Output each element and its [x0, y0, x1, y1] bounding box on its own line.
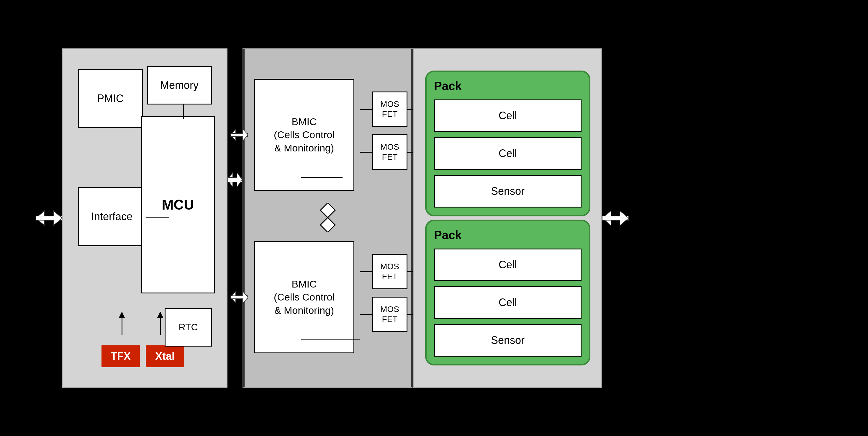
left-panel-content: PMIC Interface Memory MCU RTC: [72, 63, 218, 373]
bmic2-left-arrow: [230, 290, 248, 304]
svg-marker-5: [230, 129, 248, 141]
cell1-label: Cell: [499, 110, 517, 122]
mosfet1-label: MOS FET: [380, 99, 399, 119]
bmic1-line1: BMIC: [274, 115, 335, 128]
xtal-label: Xtal: [155, 350, 175, 362]
svg-marker-1: [36, 211, 62, 226]
upper-bmic-section: BMIC (Cells Control & Monitoring) MOS FE…: [230, 79, 425, 191]
interface-label: Interface: [91, 210, 132, 223]
tfx-arrowhead: [119, 312, 125, 318]
sensor2-label: Sensor: [491, 334, 525, 347]
svg-marker-6: [320, 203, 335, 217]
right-panel: Pack Cell Cell Sensor Pack Cell Cell: [413, 49, 602, 388]
rtc-label: RTC: [179, 322, 198, 333]
bmic-diamond-arrow: [319, 203, 337, 232]
mosfet2-block: MOS FET: [372, 134, 407, 170]
pack1-label: Pack: [434, 79, 582, 93]
mcu-label: MCU: [162, 197, 194, 213]
memory-block: Memory: [147, 66, 212, 105]
xtal-badge: Xtal: [146, 345, 184, 367]
bmic1-line2: (Cells Control: [274, 128, 335, 141]
mcu-block: MCU: [141, 116, 215, 293]
svg-marker-8: [320, 217, 335, 232]
cell3-label: Cell: [499, 259, 517, 271]
right-outer-arrow: [602, 208, 629, 229]
sensor1-block: Sensor: [434, 175, 582, 207]
bmic1-mosfet2-hline: [360, 152, 372, 153]
sensor2-block: Sensor: [434, 324, 582, 357]
lower-bmic-section: BMIC (Cells Control & Monitoring) MOS FE…: [230, 241, 425, 353]
svg-marker-12: [602, 211, 629, 226]
bmic2-block: BMIC (Cells Control & Monitoring): [254, 241, 354, 353]
bmic1-line3: & Monitoring): [274, 141, 335, 154]
bmic2-bottom-line: [301, 340, 331, 340]
pmic-label: PMIC: [97, 92, 124, 105]
diagram-container: PMIC Interface Memory MCU RTC: [36, 29, 832, 407]
memory-label: Memory: [160, 79, 198, 91]
interface-mcu-line: [146, 217, 169, 217]
bmic2-mosfet2-hline: [360, 314, 372, 315]
bmic1-mosfet1-hline: [360, 109, 372, 110]
cell4-label: Cell: [499, 296, 517, 309]
mosfet4-block: MOS FET: [372, 297, 407, 332]
bmic1-bottom-line2: [313, 177, 343, 178]
bmic1-block: BMIC (Cells Control & Monitoring): [254, 79, 354, 191]
pack2-label: Pack: [434, 229, 582, 242]
left-outer-arrow: [36, 208, 62, 229]
memory-mcu-line: [183, 105, 184, 119]
pack2-area: Pack Cell Cell Sensor: [425, 220, 590, 366]
mosfet3-block: MOS FET: [372, 254, 407, 289]
mosfet1-block: MOS FET: [372, 91, 407, 127]
pmic-block: PMIC: [78, 69, 143, 128]
cell2-block: Cell: [434, 137, 582, 170]
tfx-badge: TFX: [101, 345, 140, 367]
rtc-block: RTC: [165, 308, 212, 347]
pack1-area: Pack Cell Cell Sensor: [425, 70, 590, 216]
bmic2-bottom-line2: [331, 340, 360, 340]
middle-panel: BMIC (Cells Control & Monitoring) MOS FE…: [242, 49, 413, 388]
bmic1-bottom-line: [301, 177, 313, 178]
bmic-v-connector: [319, 203, 337, 232]
cell2-label: Cell: [499, 147, 517, 160]
xtal-arrowhead: [157, 312, 163, 318]
cell1-block: Cell: [434, 99, 582, 132]
sensor1-label: Sensor: [491, 185, 525, 198]
bmic2-mosfet1-hline: [360, 271, 372, 272]
mosfet2-label: MOS FET: [380, 142, 399, 162]
mosfet3-label: MOS FET: [380, 262, 399, 281]
right-panel-content: Pack Cell Cell Sensor Pack Cell Cell: [423, 63, 592, 373]
bmic1-left-arrow: [230, 127, 248, 142]
cell4-block: Cell: [434, 286, 582, 319]
cell3-block: Cell: [434, 249, 582, 281]
mosfet4-label: MOS FET: [380, 304, 399, 324]
tfx-label: TFX: [111, 350, 131, 362]
interface-block: Interface: [78, 187, 146, 246]
bmic2-line1: BMIC: [274, 278, 335, 290]
left-panel: PMIC Interface Memory MCU RTC: [62, 49, 227, 388]
bmic2-line2: (Cells Control: [274, 290, 335, 303]
svg-marker-10: [230, 291, 248, 303]
bmic2-line3: & Monitoring): [274, 304, 335, 317]
